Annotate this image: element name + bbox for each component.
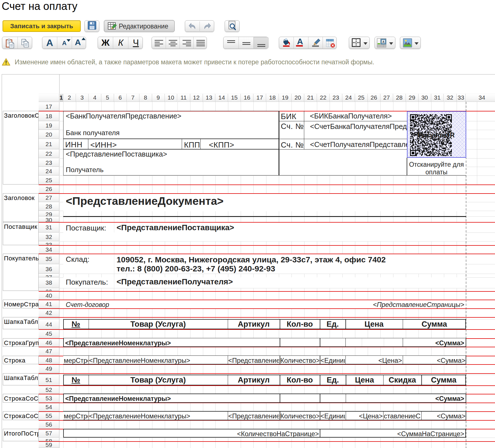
- svg-text:А: А: [382, 40, 384, 43]
